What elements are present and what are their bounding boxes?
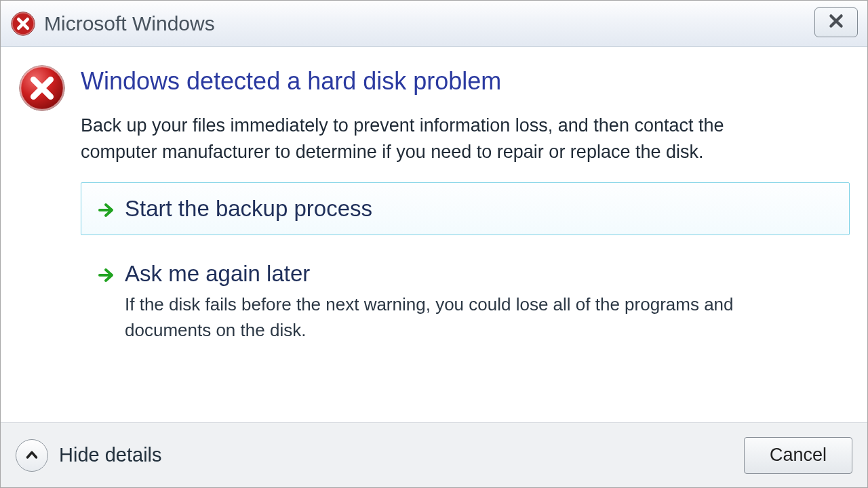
command-ask-later[interactable]: Ask me again later If the disk fails bef…	[81, 247, 850, 357]
body-column: Windows detected a hard disk problem Bac…	[81, 62, 852, 369]
footer: Hide details Cancel	[1, 422, 867, 487]
window-title: Microsoft Windows	[44, 12, 215, 35]
cancel-button[interactable]: Cancel	[744, 437, 852, 474]
error-icon	[10, 11, 36, 37]
error-icon	[16, 62, 68, 115]
command-start-backup[interactable]: Start the backup process	[81, 182, 850, 235]
arrow-right-icon	[98, 201, 115, 219]
command-title: Ask me again later	[125, 260, 810, 287]
cancel-label: Cancel	[770, 445, 827, 466]
dialog-window: Microsoft Windows	[0, 0, 868, 488]
titlebar: Microsoft Windows	[1, 1, 867, 47]
command-subtitle: If the disk fails before the next warnin…	[125, 292, 810, 343]
command-title: Start the backup process	[125, 195, 372, 222]
main-instruction: Windows detected a hard disk problem	[81, 67, 852, 95]
hide-details-toggle[interactable]: Hide details	[16, 439, 162, 472]
main-description: Back up your files immediately to preven…	[81, 113, 786, 165]
chevron-up-icon	[16, 439, 48, 472]
content-area: Windows detected a hard disk problem Bac…	[1, 47, 867, 422]
details-label: Hide details	[59, 444, 162, 466]
close-icon	[827, 12, 845, 33]
close-button[interactable]	[814, 7, 858, 37]
arrow-right-icon	[98, 266, 115, 284]
